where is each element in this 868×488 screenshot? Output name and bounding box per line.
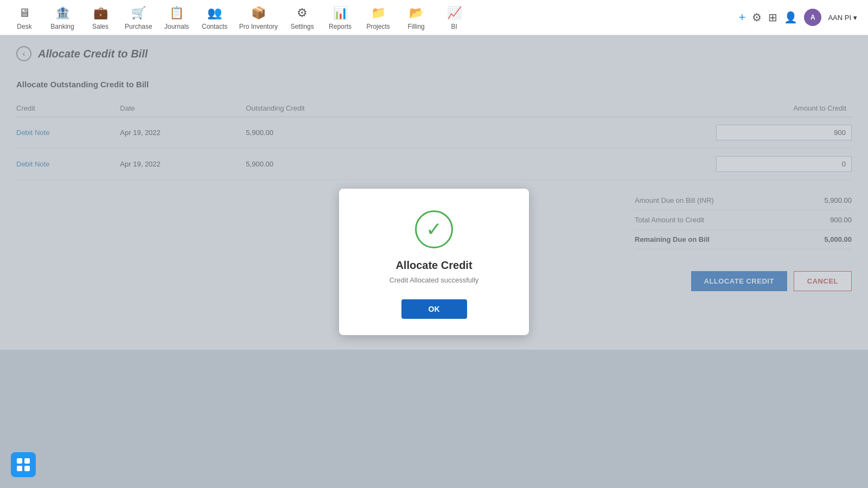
reports-icon: 📊: [331, 4, 349, 22]
pro_inventory-label: Pro Inventory: [239, 23, 278, 30]
nav-item-projects[interactable]: 📁 Projects: [359, 1, 397, 34]
modal-ok-button[interactable]: OK: [401, 299, 467, 319]
user-avatar[interactable]: A: [804, 9, 821, 26]
user-label: AAN PI: [828, 14, 851, 22]
nav-right: + ⚙ ⊞ 👤 A AAN PI ▾: [739, 9, 863, 26]
nav-item-filling[interactable]: 📂 Filling: [397, 1, 435, 34]
purchase-label: Purchase: [125, 23, 152, 30]
banking-icon: 🏦: [54, 4, 71, 22]
purchase-icon: 🛒: [130, 4, 147, 22]
reports-label: Reports: [329, 23, 352, 30]
filling-icon: 📂: [407, 4, 425, 22]
banking-label: Banking: [50, 23, 74, 30]
modal-title: Allocate Credit: [395, 259, 472, 272]
user-dropdown[interactable]: AAN PI ▾: [828, 14, 857, 22]
settings-icon: ⚙: [293, 4, 311, 22]
success-icon-circle: ✓: [415, 210, 453, 248]
journals-label: Journals: [164, 23, 189, 30]
modal-subtitle: Credit Allocated successfully: [390, 276, 479, 284]
nav-item-purchase[interactable]: 🛒 Purchase: [119, 1, 158, 34]
check-icon: ✓: [426, 220, 442, 239]
pro_inventory-icon: 📦: [250, 4, 267, 22]
filling-label: Filling: [407, 23, 424, 30]
grid-dot-3: [17, 466, 22, 471]
nav-item-settings[interactable]: ⚙ Settings: [283, 1, 321, 34]
bi-icon: 📈: [445, 4, 463, 22]
grid-view-icon[interactable]: ⊞: [768, 11, 777, 24]
nav-items-container: 🖥 Desk 🏦 Banking 💼 Sales 🛒 Purchase 📋 Jo…: [5, 1, 739, 34]
grid-dot-2: [24, 458, 30, 464]
add-icon[interactable]: +: [739, 10, 746, 24]
settings-label: Settings: [290, 23, 314, 30]
bi-label: BI: [451, 23, 457, 30]
contacts-label: Contacts: [202, 23, 227, 30]
projects-icon: 📁: [369, 4, 387, 22]
settings-icon[interactable]: ⚙: [752, 11, 762, 24]
projects-label: Projects: [366, 23, 390, 30]
grid-dot-4: [24, 466, 30, 471]
modal-overlay: ✓ Allocate Credit Credit Allocated succe…: [0, 35, 868, 488]
grid-dot-1: [17, 458, 22, 464]
nav-item-journals[interactable]: 📋 Journals: [158, 1, 196, 34]
journals-icon: 📋: [168, 4, 186, 22]
sales-label: Sales: [92, 23, 108, 30]
chevron-down-icon: ▾: [853, 14, 857, 22]
nav-item-desk[interactable]: 🖥 Desk: [5, 1, 43, 34]
desk-label: Desk: [17, 23, 31, 30]
user-icon[interactable]: 👤: [784, 11, 797, 24]
modal-box: ✓ Allocate Credit Credit Allocated succe…: [339, 189, 529, 335]
desk-icon: 🖥: [16, 4, 33, 22]
nav-item-pro_inventory[interactable]: 📦 Pro Inventory: [234, 1, 283, 34]
nav-item-sales[interactable]: 💼 Sales: [81, 1, 119, 34]
grid-icon: [17, 458, 30, 471]
top-navigation: 🖥 Desk 🏦 Banking 💼 Sales 🛒 Purchase 📋 Jo…: [0, 0, 868, 35]
nav-item-banking[interactable]: 🏦 Banking: [43, 1, 81, 34]
nav-item-bi[interactable]: 📈 BI: [435, 1, 473, 34]
main-area: ‹ Allocate Credit to Bill Allocate Outst…: [0, 35, 868, 488]
contacts-icon: 👥: [206, 4, 224, 22]
sales-icon: 💼: [92, 4, 109, 22]
nav-item-contacts[interactable]: 👥 Contacts: [196, 1, 234, 34]
nav-item-reports[interactable]: 📊 Reports: [321, 1, 359, 34]
app-launcher-widget[interactable]: [11, 452, 36, 477]
